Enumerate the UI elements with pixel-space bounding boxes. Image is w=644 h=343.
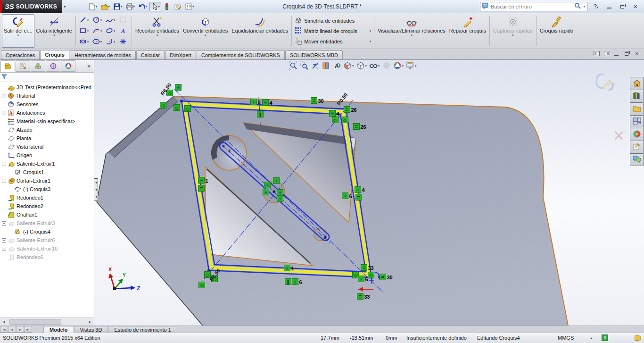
panel-splitter-handle[interactable]: ◂◂◂ xyxy=(94,178,98,201)
dimxpert-manager-tab[interactable] xyxy=(46,60,60,72)
scroll-right-icon[interactable]: ▸ xyxy=(86,318,94,326)
tree-item--croquis4[interactable]: (-) Croquis4 xyxy=(0,227,94,236)
graphics-viewport[interactable]: X Y Z ✳0✳4∥=30✳4=26◇◇=26✳1=✳4✳6=✳✳✳✳✳✳1∥… xyxy=(94,60,644,326)
rapid-sketch-button[interactable]: Croquis rápido xyxy=(538,14,576,48)
tree-expand-toggle[interactable]: + xyxy=(2,238,6,243)
exit-sketch-button[interactable]: Salir del cr...▾ xyxy=(2,14,34,48)
tab-last-icon[interactable]: ▸| xyxy=(24,326,32,333)
tree-item--croquis3[interactable]: (-) Croquis3 xyxy=(0,185,94,193)
status-tag-icon[interactable] xyxy=(635,335,641,341)
new-file-button[interactable]: ▾ xyxy=(87,2,99,11)
relation-badge[interactable]: ◇ xyxy=(342,117,348,123)
cancel-sketch-icon[interactable]: × xyxy=(613,125,624,146)
relation-badge[interactable]: ◇ xyxy=(332,117,339,123)
ribbon-tab-herramientas-de-moldes[interactable]: Herramientas de moldes xyxy=(70,50,136,59)
relation-badge[interactable]: ◇ xyxy=(353,272,359,278)
search-input[interactable] xyxy=(491,4,572,9)
model-tab-estudio-de-movimiento-1[interactable]: Estudio de movimiento 1 xyxy=(108,326,177,333)
tree-expand-toggle[interactable]: + xyxy=(2,247,6,251)
sketch-point-marker[interactable]: ✳ xyxy=(322,235,327,241)
close-button[interactable]: × xyxy=(631,2,640,10)
mirror-entities-button[interactable]: Simetría de entidades xyxy=(293,16,372,25)
tree-item-saliente-extruir1[interactable]: −Saliente-Extruir1 xyxy=(0,159,94,168)
custom-properties-tab[interactable] xyxy=(630,141,644,153)
confirm-exit-sketch-icon[interactable] xyxy=(591,70,616,96)
dropdown-caret-icon[interactable]: ▾ xyxy=(370,40,372,43)
property-manager-tab[interactable] xyxy=(16,60,30,72)
design-library-tab[interactable] xyxy=(630,90,644,102)
trim-entities-button[interactable]: Recortar entidades▾ xyxy=(133,14,181,48)
dropdown-caret-icon[interactable]: ▾ xyxy=(146,5,148,8)
dropdown-caret-icon[interactable]: ▾ xyxy=(370,30,372,33)
relation-badge[interactable]: = xyxy=(198,185,205,192)
doc-minimize-icon[interactable] xyxy=(614,51,620,56)
relation-badge[interactable]: ✳ xyxy=(175,84,182,91)
convert-entities-button[interactable]: Convertir entidades▾ xyxy=(181,14,230,48)
viewport-canvas[interactable]: X Y Z ✳0✳4∥=30✳4=26◇◇=26✳1=✳4✳6=✳✳✳✳✳✳1∥… xyxy=(94,60,644,326)
options-button[interactable]: ▾ xyxy=(183,2,196,11)
scroll-left-icon[interactable]: ◂ xyxy=(0,318,8,326)
display-manager-tab[interactable] xyxy=(61,60,75,72)
polygon-tool-button[interactable]: ▾ xyxy=(91,36,104,47)
split-pane-left-icon[interactable] xyxy=(594,51,600,56)
scroll-thumb[interactable] xyxy=(9,319,61,325)
ellipse-tool-button[interactable]: ▾ xyxy=(104,25,117,36)
tree-item-cortar-extruir1[interactable]: −Cortar-Extruir1 xyxy=(0,176,94,185)
repair-sketch-button[interactable]: Reparar croquis xyxy=(447,14,488,48)
relation-badge[interactable]: ∥ xyxy=(285,279,291,285)
tree-item-planta[interactable]: Planta xyxy=(0,134,94,142)
ribbon-tab-solidworks-mbd[interactable]: SOLIDWORKS MBD xyxy=(285,50,343,59)
ribbon-tab-operaciones[interactable]: Operaciones xyxy=(1,50,40,59)
save-button[interactable]: ▾ xyxy=(112,2,124,11)
dropdown-caret-icon[interactable]: ▾ xyxy=(87,30,89,33)
zoom-fit-button[interactable] xyxy=(289,61,298,71)
point-tool-button[interactable] xyxy=(117,36,130,47)
relation-badge[interactable]: ✳ xyxy=(277,190,283,196)
tab-prev-icon[interactable]: ◂ xyxy=(8,326,16,333)
tree-horizontal-scrollbar[interactable]: ◂ ▸ xyxy=(0,318,94,326)
tree-item-saliente-extruir10[interactable]: +Saliente-Extruir10 xyxy=(0,244,94,253)
relation-badge[interactable]: ✳4 xyxy=(355,187,365,193)
line-tool-button[interactable]: ▾ xyxy=(77,15,91,25)
dropdown-caret-icon[interactable]: ▾ xyxy=(352,65,354,67)
spline-tool-button[interactable]: ▾ xyxy=(104,15,117,25)
display-style-button[interactable]: ▾ xyxy=(356,61,368,71)
tree-expand-toggle[interactable]: − xyxy=(2,179,6,183)
section-view-button[interactable] xyxy=(321,61,330,71)
status-help-icon[interactable]: ? xyxy=(602,335,608,341)
status-expand-caret[interactable]: ▴ xyxy=(590,336,592,340)
tree-item-anotaciones[interactable]: +AAnotaciones xyxy=(0,109,94,117)
menu-expand-arrow[interactable]: ▸ xyxy=(62,4,68,8)
tab-next-icon[interactable]: ▸ xyxy=(16,326,24,333)
relation-badge[interactable]: ✳ xyxy=(264,182,271,188)
move-entities-button[interactable]: Mover entidades▾ xyxy=(293,37,372,46)
doc-restore-icon[interactable] xyxy=(625,51,631,56)
select-button[interactable]: ▾ xyxy=(149,2,162,11)
dropdown-caret-icon[interactable]: ▾ xyxy=(158,5,160,8)
ribbon-tab-calcular[interactable]: Calcular xyxy=(136,50,165,59)
dropdown-caret-icon[interactable]: ▾ xyxy=(114,30,116,33)
circle-tool-button[interactable]: ▾ xyxy=(91,15,104,25)
split-pane-right-icon[interactable] xyxy=(604,51,610,56)
tree-item-vista-lateral[interactable]: Vista lateral xyxy=(0,142,94,151)
dropdown-caret-icon[interactable]: ▾ xyxy=(415,65,417,67)
dropdown-caret-icon[interactable]: ▾ xyxy=(100,41,102,43)
restore-button[interactable] xyxy=(618,3,627,10)
rectangle-tool-button[interactable]: ▾ xyxy=(77,25,91,36)
dropdown-caret-icon[interactable]: ▾ xyxy=(114,41,116,43)
sketch-fillet-tool-button[interactable]: ▾ xyxy=(104,36,117,47)
relation-badge[interactable]: ◇ xyxy=(185,106,191,112)
tree-expand-toggle[interactable]: − xyxy=(2,162,6,166)
relation-badge[interactable]: ◇ xyxy=(174,105,180,111)
sketch-point-marker[interactable]: ✳ xyxy=(227,148,231,154)
relation-badge[interactable]: ✳4 xyxy=(330,110,340,117)
relation-badge[interactable]: ✳1 xyxy=(284,265,294,271)
tree-expand-toggle[interactable]: + xyxy=(2,111,6,115)
tree-filter[interactable] xyxy=(0,73,94,82)
tree-item-sensores[interactable]: Sensores xyxy=(0,100,94,109)
tree-item-redondeo1[interactable]: Redondeo1 xyxy=(0,193,94,202)
ribbon-tab-complementos-de-solidworks[interactable]: Complementos de SOLIDWORKS xyxy=(197,50,285,59)
dropdown-caret-icon[interactable]: ▾ xyxy=(114,19,116,22)
3d-drawing-view-button[interactable]: A xyxy=(332,61,341,71)
model-tab-modelo[interactable]: Modelo xyxy=(43,326,74,333)
